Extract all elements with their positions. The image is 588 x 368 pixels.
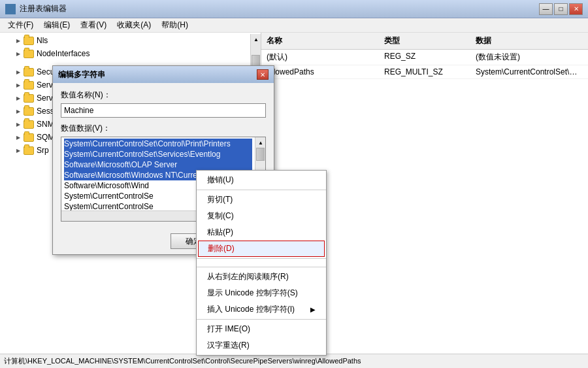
tree-item-nodeinterfaces[interactable]: ▶ NodeInterfaces [0,47,250,60]
folder-icon-snmp [24,120,34,129]
tree-arrow-sgo: ▶ [13,80,24,90]
tree-arrow-sqm: ▶ [13,132,24,142]
ctx-copy[interactable]: 复制(C) [197,208,326,224]
ctx-rtl[interactable]: 从右到左的阅读顺序(R) [197,269,326,285]
main-area: ▶ Nls ▶ NodeInterfaces ▶ SecurityProvide… [0,33,588,354]
context-menu: 撤销(U) 剪切(T) 复制(C) 粘贴(P) 删除(D) 从右到左的阅读顺序(… [196,170,327,356]
dialog-name-label: 数值名称(N)： [61,90,266,101]
ctx-sep-4 [197,319,326,320]
tree-label-srp: Srp [37,146,49,155]
data-row-1[interactable]: AllowedPaths REG_MULTI_SZ System\Current… [261,65,588,79]
status-text: 计算机\HKEY_LOCAL_MACHINE\SYSTEM\CurrentCon… [4,356,361,366]
menu-edit[interactable]: 编辑(E) [39,18,75,32]
cell-name-0: (默认) [264,50,382,64]
text-line-2: Software\Microsoft\OLAP Server [64,159,252,170]
folder-icon-ni [24,50,34,58]
menu-favorites[interactable]: 收藏夹(A) [112,18,156,32]
ctx-undo[interactable]: 撤销(U) [197,172,326,188]
menu-view[interactable]: 查看(V) [75,18,112,32]
ctx-submenu-arrow: ▶ [310,306,316,313]
maximize-button[interactable]: □ [554,3,568,15]
ctx-sep-3 [197,267,326,267]
textarea-scroll-up[interactable]: ▲ [255,137,266,148]
tree-arrow-sp: ▶ [13,67,24,77]
menu-help[interactable]: 帮助(H) [156,18,193,32]
ctx-delete[interactable]: 删除(D) [198,241,325,257]
ctx-sep-1 [197,190,326,190]
ctx-paste[interactable]: 粘贴(P) [197,224,326,241]
folder-icon-srp [24,146,34,155]
status-bar: 计算机\HKEY_LOCAL_MACHINE\SYSTEM\CurrentCon… [0,354,588,368]
tree-item-nls[interactable]: ▶ Nls [0,34,250,47]
title-bar: 注册表编辑器 — □ ✕ [0,0,588,18]
data-header: 名称 类型 数据 [261,33,588,50]
cell-data-1: System\CurrentControlSet\Control\Print\P… [473,66,585,78]
tree-arrow-sm: ▶ [13,106,24,116]
header-name: 名称 [264,34,382,48]
folder-icon-sm [24,107,34,116]
text-line-1: System\CurrentControlSet\Services\Eventl… [64,149,252,159]
ctx-cut[interactable]: 剪切(T) [197,192,326,208]
ctx-insert-unicode-label: 插入 Unicode 控制字符(I) [207,304,295,315]
ctx-insert-unicode[interactable]: 插入 Unicode 控制字符(I) ▶ [197,301,326,318]
header-type: 类型 [382,34,473,48]
ctx-show-unicode[interactable]: 显示 Unicode 控制字符(S) [197,285,326,301]
tree-arrow-srp: ▶ [13,145,24,156]
tree-arrow-nls: ▶ [13,35,24,46]
dialog-title-bar: 编辑多字符串 ✕ [53,66,274,83]
tree-arrow-snmp: ▶ [13,119,24,129]
folder-icon-sgo [24,81,34,90]
dialog-title-text: 编辑多字符串 [58,69,257,80]
data-row-0[interactable]: (默认) REG_SZ (数值未设置) [261,50,588,65]
window-controls: — □ ✕ [539,3,583,15]
folder-icon-serviceprov [24,94,34,103]
textarea-scroll-thumb[interactable] [256,148,265,161]
tree-label-ni: NodeInterfaces [37,49,90,58]
app-icon [5,4,16,14]
dialog-name-input[interactable] [61,103,266,118]
scroll-up-arrow[interactable]: ▲ [251,34,261,44]
tree-arrow-ni: ▶ [13,48,24,59]
folder-icon-sp [24,68,34,76]
tree-arrow-serviceprov: ▶ [13,93,24,103]
minimize-button[interactable]: — [539,3,553,15]
ctx-sep-2 [197,258,326,259]
window-title: 注册表编辑器 [20,3,539,14]
cell-type-1: REG_MULTI_SZ [382,66,473,78]
menu-file[interactable]: 文件(F) [3,18,39,32]
ctx-reconvert[interactable]: 汉字重选(R) [197,337,326,354]
header-data: 数据 [473,34,585,48]
text-line-0: System\CurrentControlSet\Control\Print\P… [64,139,252,149]
cell-data-0: (数值未设置) [473,50,585,64]
cell-name-1: AllowedPaths [264,66,382,78]
ctx-open-ime[interactable]: 打开 IME(O) [197,321,326,337]
cell-type-0: REG_SZ [382,50,473,64]
close-button[interactable]: ✕ [569,3,583,15]
dialog-data-label: 数值数据(V)： [61,123,266,134]
folder-icon-nls [24,37,34,45]
tree-label-nls: Nls [37,36,48,45]
ctx-selectall[interactable] [197,260,326,265]
menu-bar: 文件(F) 编辑(E) 查看(V) 收藏夹(A) 帮助(H) [0,18,588,33]
dialog-close-button[interactable]: ✕ [257,69,269,80]
folder-icon-sqm [24,133,34,142]
